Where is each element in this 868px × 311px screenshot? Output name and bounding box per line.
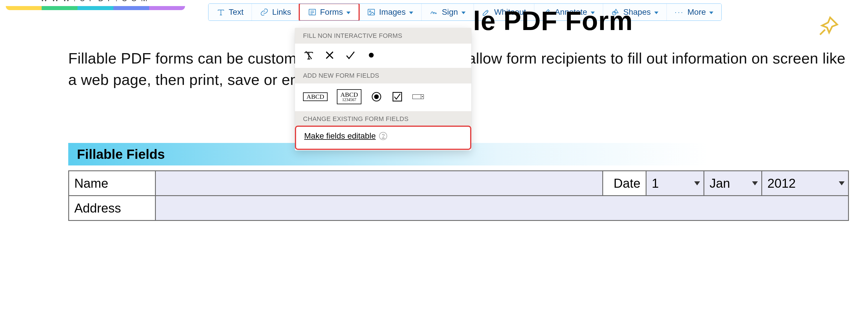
chevron-down-icon xyxy=(409,11,413,14)
add-radio-tool[interactable] xyxy=(371,91,382,103)
change-heading: CHANGE EXISTING FORM FIELDS xyxy=(295,111,471,127)
text-label: Text xyxy=(229,7,244,17)
sign-button[interactable]: Sign xyxy=(422,4,474,21)
forms-button[interactable]: Forms xyxy=(299,3,360,21)
add-heading: ADD NEW FORM FIELDS xyxy=(295,68,471,83)
date-month-select[interactable]: Jan xyxy=(704,171,762,196)
form-icon xyxy=(308,8,317,16)
chevron-down-icon xyxy=(752,181,758,185)
date-label: Date xyxy=(603,171,646,196)
date-month-value: Jan xyxy=(710,176,730,190)
address-label: Address xyxy=(69,196,156,220)
images-button[interactable]: Images xyxy=(359,4,422,21)
multitext-l1: ABCD xyxy=(340,92,358,98)
link-icon xyxy=(260,8,269,16)
forms-label: Forms xyxy=(320,7,343,17)
logo-url-text: WWW.UPDF.COM xyxy=(40,0,185,3)
svg-rect-8 xyxy=(413,95,424,99)
date-year-select[interactable]: 2012 xyxy=(762,171,849,196)
page-title-fragment: le PDF Form xyxy=(473,6,716,36)
multitext-icon: ABCD1234567 xyxy=(337,89,362,104)
address-field[interactable] xyxy=(156,196,849,220)
chevron-down-icon xyxy=(839,181,844,185)
add-text-tool[interactable] xyxy=(303,49,315,61)
svg-rect-7 xyxy=(393,93,402,101)
fillable-fields-title: Fillable Fields xyxy=(68,146,165,162)
svg-point-2 xyxy=(370,11,371,12)
add-dot-tool[interactable] xyxy=(366,49,377,61)
pin-icon[interactable] xyxy=(816,14,840,39)
chevron-down-icon xyxy=(694,181,700,185)
svg-rect-1 xyxy=(368,9,375,15)
make-editable-label: Make fields editable xyxy=(304,131,376,141)
chevron-down-icon xyxy=(462,11,466,14)
svg-point-4 xyxy=(369,53,374,58)
links-button[interactable]: Links xyxy=(252,4,299,21)
checkbox-icon xyxy=(392,91,403,103)
dot-icon xyxy=(366,49,377,61)
add-row: ABCD ABCD1234567 xyxy=(295,83,471,111)
text-icon xyxy=(217,8,225,16)
add-check-tool[interactable] xyxy=(345,49,356,61)
rainbow-bar xyxy=(6,6,185,10)
date-day-select[interactable]: 1 xyxy=(646,171,704,196)
table-row: Name Date 1 Jan 2012 xyxy=(69,171,849,196)
add-multitext-tool[interactable]: ABCD1234567 xyxy=(337,89,362,104)
check-icon xyxy=(345,49,356,61)
svg-point-6 xyxy=(375,95,378,99)
date-year-value: 2012 xyxy=(767,176,796,190)
text-button[interactable]: Text xyxy=(209,4,252,21)
radio-icon xyxy=(371,91,382,103)
links-label: Links xyxy=(272,7,291,17)
make-editable-link[interactable]: Make fields editable ? xyxy=(304,131,387,141)
add-textfield-tool[interactable]: ABCD xyxy=(303,93,328,101)
fill-row xyxy=(295,44,471,68)
images-label: Images xyxy=(379,7,406,17)
sign-label: Sign xyxy=(442,7,458,17)
date-day-value: 1 xyxy=(652,176,659,190)
add-checkbox-tool[interactable] xyxy=(392,91,403,103)
name-label: Name xyxy=(69,171,156,196)
add-x-tool[interactable] xyxy=(324,49,335,61)
image-icon xyxy=(367,8,376,16)
form-table: Name Date 1 Jan 2012 Address xyxy=(68,170,849,221)
fill-heading: FILL NON INTERACTIVE FORMS xyxy=(295,28,471,44)
name-field[interactable] xyxy=(156,171,603,196)
dropdown-field-icon xyxy=(412,91,424,103)
textfield-icon: ABCD xyxy=(303,93,328,101)
logo-area: WWW.UPDF.COM xyxy=(6,0,185,10)
add-dropdown-tool[interactable] xyxy=(412,91,424,103)
x-icon xyxy=(324,49,335,61)
chevron-down-icon xyxy=(346,11,350,14)
sign-icon xyxy=(430,8,438,16)
help-icon[interactable]: ? xyxy=(379,132,387,140)
make-editable-row: Make fields editable ? xyxy=(296,127,470,149)
multitext-l2: 1234567 xyxy=(340,98,358,102)
forms-dropdown: FILL NON INTERACTIVE FORMS ADD NEW FORM … xyxy=(295,28,471,150)
text-tool-icon xyxy=(303,49,315,61)
table-row: Address xyxy=(69,196,849,220)
